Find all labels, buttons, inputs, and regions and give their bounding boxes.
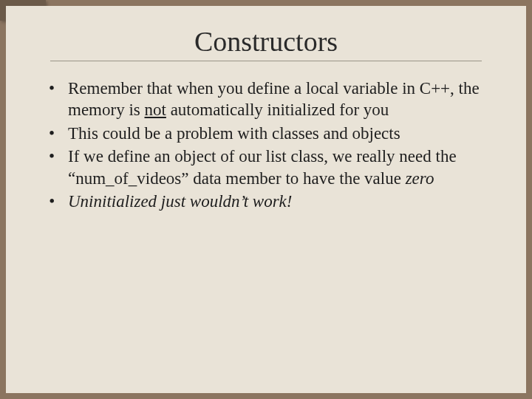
bullet-text-post: automatically initialized for you: [166, 100, 389, 119]
slide-title: Constructors: [28, 25, 504, 58]
bullet-text-pre: If we define an object of our list class…: [68, 147, 457, 187]
bullet-item: This could be a problem with classes and…: [49, 123, 497, 144]
bullet-text-pre: This could be a problem with classes and…: [68, 124, 400, 143]
bullet-item: Uninitialized just wouldn’t work!: [49, 191, 497, 212]
bullet-item: Remember that when you define a local va…: [49, 78, 497, 121]
bullet-list: Remember that when you define a local va…: [28, 78, 504, 213]
title-divider: [50, 61, 482, 61]
bullet-text-italic-tail: zero: [406, 169, 434, 188]
slide-outer-frame: Constructors Remember that when you defi…: [0, 0, 532, 399]
bullet-text-underlined: not: [145, 100, 166, 119]
bullet-item: If we define an object of our list class…: [49, 146, 497, 189]
slide-inner-frame: Constructors Remember that when you defi…: [6, 6, 526, 393]
bullet-text-pre: Uninitialized just wouldn’t work!: [68, 192, 292, 211]
